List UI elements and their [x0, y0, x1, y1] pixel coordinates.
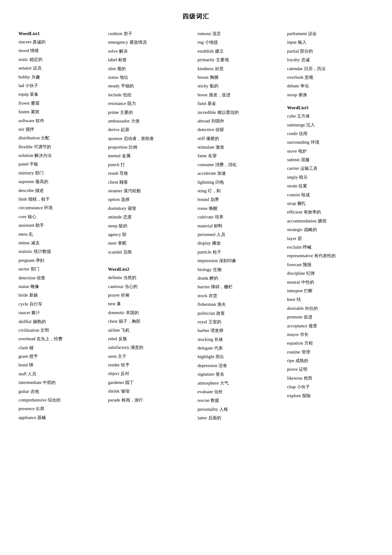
word-chinese: 兴趣	[31, 74, 40, 81]
word-chinese: 立方体	[297, 113, 310, 120]
word-entry: incredible难以置信的	[198, 109, 284, 116]
word-entry: detective侦探	[198, 126, 284, 133]
word-chinese: 层	[298, 235, 302, 242]
word-english: rumour	[198, 30, 211, 37]
word-chinese: 陡的	[119, 223, 127, 230]
word-chinese: 核心	[28, 214, 36, 220]
word-entry: signature签名	[198, 370, 284, 378]
word-english: prayer	[108, 291, 120, 299]
word-entry: rebel反叛	[108, 335, 194, 342]
word-chinese: 描述	[35, 187, 44, 194]
word-chinese: 丑闻	[123, 249, 132, 256]
spacer	[287, 100, 374, 103]
word-chinese: 蒸汽轮船	[124, 188, 141, 194]
word-entry: cautious当心的	[108, 283, 194, 290]
word-chinese: 紧急情况	[130, 39, 147, 46]
word-chinese: 箱子，胸部	[119, 318, 140, 325]
word-chinese: 顾客	[119, 179, 128, 186]
word-chinese: 选择	[121, 196, 130, 203]
word-chinese: 膳宿	[318, 218, 326, 225]
page-title: 四级词汇	[18, 12, 374, 21]
word-english: loyalty	[287, 56, 300, 63]
word-english: atmosphere	[198, 379, 219, 387]
word-english: drunk	[198, 274, 208, 282]
word-entry: senator议员	[18, 64, 105, 72]
word-entry: bride新娘	[18, 291, 105, 299]
word-chinese: 突出	[215, 353, 224, 360]
word-chinese: 建立	[215, 48, 224, 55]
word-chinese: 部门	[35, 170, 44, 177]
word-chinese: 然而	[304, 375, 312, 382]
word-english: consume	[198, 161, 214, 168]
word-chinese: 反对	[121, 370, 129, 377]
word-english: software	[18, 117, 34, 124]
word-chinese: 俯身	[298, 92, 307, 98]
word-chinese: 园丁	[125, 379, 134, 386]
word-english: sticky	[198, 82, 209, 90]
word-entry: limb细枝，枝干	[18, 195, 105, 203]
word-english: lad	[18, 82, 24, 89]
word-chinese: 培养	[215, 214, 223, 221]
word-chinese: 消费，消化	[215, 162, 237, 168]
word-entry: gardener园丁	[108, 379, 194, 386]
word-english: layer	[287, 235, 296, 242]
word-chinese: 平稳的	[121, 83, 134, 90]
word-chinese: 信用	[299, 130, 307, 137]
word-list-header: WordList2	[108, 267, 194, 272]
word-entry: stoop俯身	[287, 91, 374, 98]
word-entry: bound划界	[198, 196, 284, 203]
word-chinese: 助手	[35, 222, 44, 229]
word-entry: equation方程	[287, 339, 374, 347]
word-english: ambassador	[108, 117, 130, 125]
word-english: barber	[198, 327, 209, 334]
word-chinese: 本国的	[126, 309, 139, 316]
word-entry: atmosphere大气	[198, 379, 284, 387]
word-chinese: 孕妇	[36, 257, 44, 264]
word-english: saucer	[18, 309, 30, 316]
word-entry: drunk醉的	[198, 274, 284, 282]
word-entry: consist组成	[287, 191, 374, 198]
word-entry: rug小地毯	[198, 38, 284, 46]
spacer	[108, 261, 194, 264]
word-entry: static稳定的	[18, 56, 105, 63]
word-entry: imply暗示	[287, 174, 374, 181]
word-english: stocking	[198, 336, 213, 343]
word-entry: efficient有效率的	[287, 208, 374, 216]
word-chinese: 议会	[308, 30, 317, 37]
word-column-col4: parliament议会input输入partial部分的loyalty忠诚ca…	[287, 30, 374, 422]
word-chinese: 打断	[304, 288, 313, 294]
word-chinese: 皱缩	[121, 388, 130, 395]
word-english: guitar	[18, 388, 29, 395]
word-entry: sincere真诚的	[18, 38, 105, 46]
word-entry: partial部分的	[287, 47, 374, 55]
word-chinese: 祈祷	[121, 292, 130, 299]
word-english: ripe	[287, 357, 294, 364]
word-entry: display播放	[198, 239, 284, 247]
word-chinese: 争论	[300, 83, 309, 90]
word-english: exclaim	[287, 243, 302, 251]
word-entry: supreme最高的	[18, 178, 105, 185]
word-chinese: 装备	[30, 91, 38, 98]
word-english: cushion	[108, 30, 122, 37]
word-english: resistance	[108, 100, 126, 107]
word-chinese: 捆扎	[297, 200, 306, 207]
word-english: discipline	[287, 270, 305, 277]
word-english: flexible	[18, 143, 33, 150]
word-chinese: 细枝，枝干	[28, 196, 50, 203]
word-english: stoop	[287, 91, 297, 98]
word-english: depression	[198, 362, 217, 369]
word-chinese: 议员	[33, 65, 42, 72]
word-entry: client顾客	[108, 178, 194, 186]
word-english: punch	[108, 161, 119, 168]
word-entry: airline飞机	[108, 326, 194, 334]
word-entry: clash碰	[18, 344, 105, 351]
word-chinese: 软件	[36, 118, 44, 124]
word-english: object	[108, 370, 119, 377]
word-english: breast	[198, 74, 209, 81]
word-english: steep	[108, 222, 118, 230]
word-entry: latter后面的	[198, 414, 284, 421]
word-entry: consume消费，消化	[198, 161, 284, 168]
word-english: senator	[18, 64, 32, 72]
word-chinese: 王室的	[208, 319, 221, 325]
word-chinese: 小伙子	[297, 384, 310, 390]
